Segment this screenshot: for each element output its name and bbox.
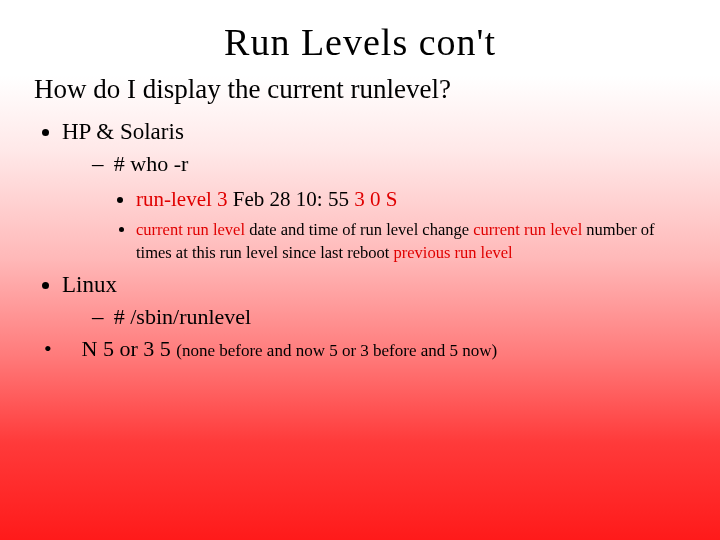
output-runlevel: run-level 3 — [136, 187, 228, 211]
hp-output-list: run-level 3 Feb 28 10: 55 3 0 S current … — [116, 185, 686, 264]
output-datetime: Feb 28 10: 55 — [228, 187, 355, 211]
item-linux: Linux – # /sbin/runlevel — [62, 272, 686, 330]
last-output-line: • N 5 or 3 5 (none before and now 5 or 3… — [52, 336, 686, 362]
runlevel-cmd: # /sbin/runlevel — [114, 304, 251, 329]
slide-title: Run Levels con't — [34, 20, 686, 64]
legend-b: date and time of run level change — [245, 220, 473, 239]
list-level-1: HP & Solaris – # who -r run-level 3 Feb … — [34, 119, 686, 330]
last-main: N 5 or 3 5 — [82, 336, 177, 361]
hp-solaris-label: HP & Solaris — [62, 119, 184, 144]
dash-bullet: – — [92, 304, 108, 330]
linux-label: Linux — [62, 272, 117, 297]
output-tail: 3 0 S — [354, 187, 397, 211]
who-r-cmd: # who -r — [114, 151, 189, 176]
last-paren: (none before and now 5 or 3 before and 5… — [176, 341, 497, 360]
legend-c: current run level — [473, 220, 582, 239]
slide-question: How do I display the current runlevel? — [34, 74, 686, 105]
bullet-icon: • — [62, 336, 76, 362]
linux-cmd-row: – # /sbin/runlevel — [92, 304, 686, 330]
hp-cmd-row: – # who -r — [92, 151, 686, 177]
item-hp-solaris: HP & Solaris – # who -r run-level 3 Feb … — [62, 119, 686, 264]
who-r-output: run-level 3 Feb 28 10: 55 3 0 S — [136, 185, 686, 213]
slide: Run Levels con't How do I display the cu… — [0, 0, 720, 540]
legend-e: previous run level — [394, 243, 513, 262]
who-r-legend: current run level date and time of run l… — [136, 219, 686, 264]
legend-a: current run level — [136, 220, 245, 239]
dash-bullet: – — [92, 151, 108, 177]
